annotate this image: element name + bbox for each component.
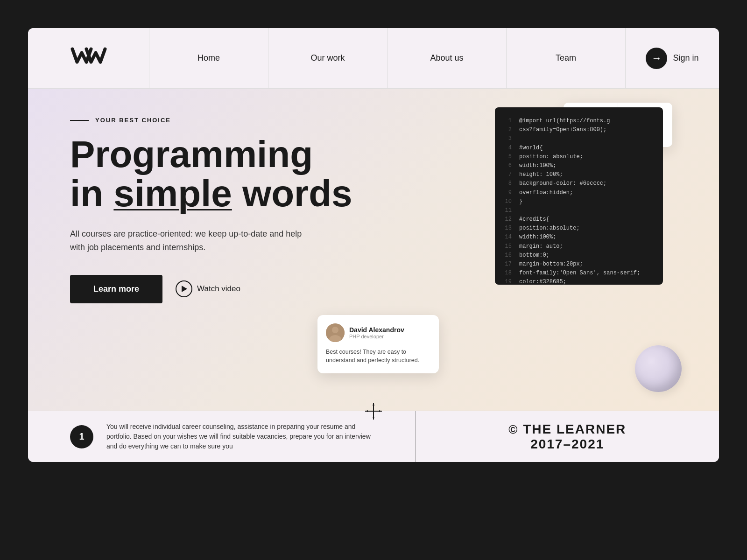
- brand-text: © THE LEARNER 2017–2021: [508, 422, 626, 452]
- watch-video-button[interactable]: Watch video: [176, 280, 240, 297]
- svg-marker-6: [373, 417, 374, 420]
- code-content: 1@import url(https://fonts.g2css?family=…: [504, 117, 654, 285]
- step-number: 1: [70, 425, 93, 448]
- brand-year: 2017–2021: [508, 437, 626, 452]
- code-line: 17 margin-bottom:20px;: [504, 260, 654, 269]
- testimonial-header: David Alexandrov PHP developer: [326, 323, 430, 342]
- nav-our-work[interactable]: Our work: [268, 28, 388, 88]
- footer-right: © THE LEARNER 2017–2021: [416, 411, 719, 462]
- learn-more-button[interactable]: Learn more: [70, 275, 162, 303]
- copyright-icon: ©: [508, 422, 518, 436]
- code-line: 9 overflow:hidden;: [504, 189, 654, 197]
- svg-point-1: [332, 327, 338, 333]
- signin-area[interactable]: → Sign in: [626, 28, 719, 88]
- code-line: 13 position:absolute;: [504, 224, 654, 233]
- navbar: Home Our work About us Team → Sign in: [28, 28, 719, 89]
- play-triangle-icon: [182, 286, 187, 292]
- code-line: 7 height: 100%;: [504, 170, 654, 179]
- testimonial-info: David Alexandrov PHP developer: [349, 326, 404, 339]
- divider-cross: [365, 403, 382, 421]
- hero-buttons: Learn more Watch video: [70, 275, 352, 303]
- svg-marker-8: [379, 410, 382, 412]
- svg-marker-7: [365, 410, 368, 412]
- step-text: You will receive individual career couns…: [106, 422, 374, 451]
- code-line: 8 background-color: #6ecccc;: [504, 179, 654, 188]
- code-editor: 1@import url(https://fonts.g2css?family=…: [495, 107, 663, 285]
- site-logo: [70, 44, 107, 72]
- code-line: 2css?family=Open+Sans:800);: [504, 126, 654, 134]
- code-line: 5 position: absolute;: [504, 153, 654, 161]
- hero-section: 546 courses 685 mentors 1@import url(htt…: [28, 89, 719, 411]
- hero-content: YOUR BEST CHOICE Programming in simple w…: [70, 117, 352, 303]
- tagline-line: [70, 120, 89, 121]
- code-line: 1@import url(https://fonts.g: [504, 117, 654, 126]
- code-line: 12#credits{: [504, 215, 654, 224]
- avatar: [326, 323, 345, 342]
- signin-label: Sign in: [673, 53, 698, 63]
- code-line: 10}: [504, 197, 654, 206]
- logo-area: [28, 28, 149, 88]
- testimonial-text: Best courses! They are easy to understan…: [326, 348, 430, 365]
- brand-line1: © THE LEARNER: [508, 422, 626, 437]
- code-line: 15 margin: auto;: [504, 242, 654, 251]
- nav-team[interactable]: Team: [507, 28, 626, 88]
- code-line: 18 font-family:'Open Sans', sans-serif;: [504, 269, 654, 278]
- hero-description: All courses are practice-oriented: we ke…: [70, 227, 303, 254]
- code-line: 3: [504, 134, 654, 143]
- hero-title: Programming in simple words: [70, 135, 352, 213]
- svg-marker-5: [373, 403, 374, 406]
- nav-home[interactable]: Home: [149, 28, 268, 88]
- signin-arrow-icon: →: [646, 48, 667, 69]
- testimonial-card: David Alexandrov PHP developer Best cour…: [317, 315, 439, 374]
- footer-strip: 1 You will receive individual career cou…: [28, 411, 719, 462]
- code-line: 16 bottom:0;: [504, 251, 654, 260]
- tagline: YOUR BEST CHOICE: [70, 117, 352, 124]
- play-icon: [176, 280, 192, 297]
- testimonial-name: David Alexandrov: [349, 326, 404, 334]
- footer-left: 1 You will receive individual career cou…: [28, 411, 416, 462]
- code-line: 11: [504, 206, 654, 215]
- code-line: 19 color:#328685;: [504, 278, 654, 285]
- code-line: 4#world{: [504, 144, 654, 153]
- nav-about-us[interactable]: About us: [388, 28, 507, 88]
- testimonial-role: PHP developer: [349, 334, 404, 339]
- code-line: 6 width:100%;: [504, 161, 654, 170]
- code-line: 14 width:100%;: [504, 233, 654, 242]
- sphere-decoration: [635, 345, 682, 392]
- tagline-text: YOUR BEST CHOICE: [95, 117, 171, 124]
- main-frame: Home Our work About us Team → Sign in 54…: [28, 28, 719, 462]
